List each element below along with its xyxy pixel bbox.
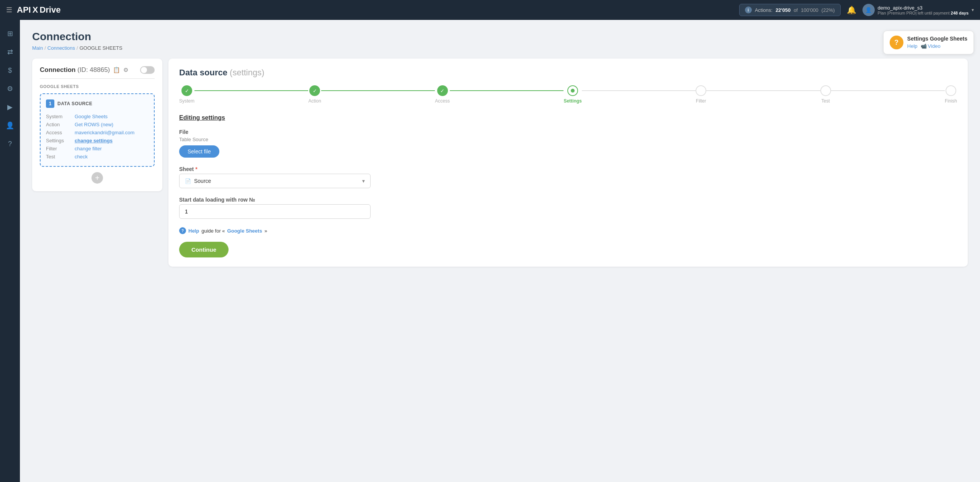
sidebar-item-tutorials[interactable]: ▶ <box>2 99 18 115</box>
info-icon: i <box>745 7 752 13</box>
sidebar-item-dashboard[interactable]: ⊞ <box>2 26 18 41</box>
bell-icon[interactable]: 🔔 <box>847 5 856 15</box>
sidebar-item-settings[interactable]: ⚙ <box>2 81 18 96</box>
select-file-button[interactable]: Select file <box>179 145 219 158</box>
doc-icon: 📄 <box>185 178 191 184</box>
video-link[interactable]: Video <box>928 43 941 49</box>
sidebar-item-help[interactable]: ? <box>2 136 18 151</box>
step-circle-settings <box>567 85 578 96</box>
sidebar-item-connections[interactable]: ⇄ <box>2 44 18 60</box>
logo-x: X <box>33 5 38 15</box>
step-finish: Finish <box>945 85 957 104</box>
menu-icon[interactable]: ☰ <box>6 6 12 14</box>
ds-row-label-settings: Settings <box>46 137 75 145</box>
ds-row-label-action: Action <box>46 120 75 129</box>
content-layout: Connection (ID: 48865) 📋 ⚙ GOOGLE SHEETS… <box>32 59 968 267</box>
help-tooltip: ? Settings Google Sheets Help 📹 Video <box>883 31 974 54</box>
step-filter: Filter <box>696 85 706 104</box>
step-label-action: Action <box>308 98 321 104</box>
chevron-down-icon: ▾ <box>362 178 365 184</box>
connector-3 <box>450 90 564 91</box>
sidebar-item-billing[interactable]: $ <box>2 63 18 78</box>
page-title: Connection <box>32 31 968 43</box>
step-circle-filter <box>696 85 706 96</box>
ds-row-label-access: Access <box>46 129 75 137</box>
breadcrumb-current: GOOGLE SHEETS <box>80 45 122 51</box>
step-circle-action: ✓ <box>309 85 320 96</box>
actions-total: 100'000 <box>801 7 818 13</box>
help-content: Settings Google Sheets Help 📹 Video <box>907 36 967 49</box>
logo: APIXDrive <box>17 5 60 15</box>
step-test: Test <box>820 85 831 104</box>
sheet-dropdown-value: 📄 Source <box>185 178 211 184</box>
table-row: Access maverickandrii@gmail.com <box>46 129 149 137</box>
ds-row-label-test: Test <box>46 153 75 161</box>
section-title: Editing settings <box>179 114 957 121</box>
google-sheets-link[interactable]: Google Sheets <box>227 228 262 234</box>
help-link[interactable]: Help <box>907 43 918 49</box>
step-circle-test <box>820 85 831 96</box>
steps: ✓ System ✓ Action ✓ Access <box>179 85 957 104</box>
ds-row-label-system: System <box>46 112 75 120</box>
ds-value-test: check <box>75 153 149 161</box>
panel-title: Data source (settings) <box>179 68 957 78</box>
connector-2 <box>321 90 435 91</box>
page-header: Connection Main / Connections / GOOGLE S… <box>32 31 968 51</box>
ds-value-action[interactable]: Get ROWS (new) <box>75 122 113 127</box>
help-guide-link[interactable]: Help <box>188 228 199 234</box>
breadcrumb-main[interactable]: Main <box>32 45 43 51</box>
ds-row-label-filter: Filter <box>46 145 75 153</box>
user-avatar: 👤 <box>862 4 875 16</box>
help-question-icon: ? <box>890 36 903 49</box>
sheet-label: Sheet * <box>179 166 957 172</box>
actions-count: 22'050 <box>776 7 791 13</box>
sidebar: ⊞ ⇄ $ ⚙ ▶ 👤 ? <box>0 20 20 482</box>
step-label-test: Test <box>822 98 830 104</box>
video-link-wrapper[interactable]: 📹 Video <box>921 43 941 49</box>
table-row: Settings change settings <box>46 137 149 145</box>
toggle-switch[interactable] <box>140 66 155 74</box>
step-label-settings: Settings <box>564 98 581 104</box>
table-row: Test check <box>46 153 149 161</box>
step-action: ✓ Action <box>308 85 321 104</box>
step-label-finish: Finish <box>945 98 957 104</box>
step-label-system: System <box>179 98 194 104</box>
user-area[interactable]: 👤 demo_apix-drive_s3 Plan |Premium PRO| … <box>862 4 974 16</box>
continue-button[interactable]: Continue <box>179 242 229 257</box>
sheet-dropdown[interactable]: 📄 Source ▾ <box>179 174 371 188</box>
actions-of: of <box>794 7 798 13</box>
navbar-center: i Actions: 22'050 of 100'000 (22%) 🔔 👤 d… <box>739 4 974 16</box>
user-plan: Plan |Premium PRO| left until payment 24… <box>878 11 969 15</box>
gear-icon[interactable]: ⚙ <box>123 67 128 73</box>
table-source-label: Table Source <box>179 137 957 142</box>
sidebar-item-profile[interactable]: 👤 <box>2 118 18 133</box>
table-row: System Google Sheets <box>46 112 149 120</box>
help-title: Settings Google Sheets <box>907 36 967 42</box>
copy-icon[interactable]: 📋 <box>113 67 120 73</box>
step-label-filter: Filter <box>696 98 706 104</box>
help-circle-icon: ? <box>179 227 186 234</box>
ds-title: DATA SOURCE <box>57 101 92 106</box>
sheet-field-group: Sheet * 📄 Source ▾ <box>179 166 957 188</box>
step-circle-system: ✓ <box>181 85 192 96</box>
help-guide-text: guide for « <box>201 228 225 234</box>
breadcrumb-connections[interactable]: Connections <box>47 45 75 51</box>
ds-value-system[interactable]: Google Sheets <box>75 114 108 119</box>
add-connection-button[interactable]: + <box>91 172 103 184</box>
add-btn-row: + <box>40 172 155 184</box>
connector-4 <box>582 90 696 91</box>
row-input[interactable] <box>179 204 371 219</box>
ds-number: 1 <box>46 99 54 108</box>
ds-value-access[interactable]: maverickandrii@gmail.com <box>75 130 134 135</box>
step-label-access: Access <box>435 98 450 104</box>
ds-value-settings[interactable]: change settings <box>75 138 113 143</box>
row-field-group: Start data loading with row № <box>179 197 957 219</box>
actions-percent: (22%) <box>822 7 835 13</box>
step-system: ✓ System <box>179 85 194 104</box>
help-links: Help 📹 Video <box>907 43 967 49</box>
logo-drive: Drive <box>39 5 60 15</box>
navbar: ☰ APIXDrive i Actions: 22'050 of 100'000… <box>0 0 980 20</box>
help-close: » <box>265 228 267 234</box>
data-source-box: 1 DATA SOURCE System Google Sheets Actio… <box>40 93 155 167</box>
step-circle-access: ✓ <box>437 85 448 96</box>
